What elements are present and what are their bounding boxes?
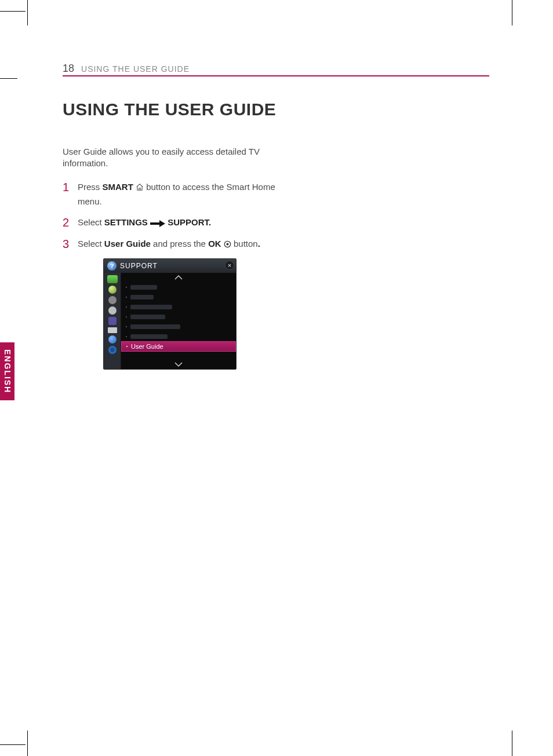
sidebar-icon[interactable] [108,327,117,333]
steps-list: 1 Press SMART button to access the Smart… [63,181,277,251]
sidebar-icon[interactable] [107,275,118,283]
crop-mark [0,744,26,745]
support-list-item[interactable] [121,331,236,341]
selected-label: User Guide [131,343,163,350]
step-number: 2 [63,216,78,229]
step-text: Select SETTINGS SUPPORT. [78,216,211,229]
help-icon: ? [107,261,117,271]
step-3: 3 Select User Guide and press the OK but… [63,238,277,252]
support-list-item[interactable] [121,302,236,312]
support-list-items: User Guide [121,282,236,360]
text: button [231,239,258,249]
intro-text: User Guide allows you to easily access d… [63,146,277,170]
bold: SMART [103,182,133,192]
step-number: 3 [63,238,78,250]
sidebar-icon[interactable] [108,335,117,344]
text: Select [78,217,104,227]
bold: OK [208,239,221,249]
sidebar-icon[interactable] [108,296,117,304]
header-section-label: USING THE USER GUIDE [81,64,190,74]
sidebar-icon[interactable] [108,346,117,354]
step-number: 1 [63,181,78,193]
crop-mark [27,0,28,25]
main-content: USING THE USER GUIDE User Guide allows y… [63,98,277,260]
support-list-item[interactable] [121,292,236,302]
bold: . [258,239,260,249]
step-text: Select User Guide and press the OK butto… [78,238,260,252]
arrow-right-icon [150,217,165,227]
bold: User Guide [104,239,151,249]
page-header: 18 USING THE USER GUIDE [63,63,489,76]
support-sidebar [104,273,121,369]
sidebar-icon[interactable] [108,286,117,294]
crop-mark [27,731,28,756]
step-1: 1 Press SMART button to access the Smart… [63,181,277,208]
support-panel-header: ? SUPPORT × [104,259,236,273]
crop-mark [512,0,512,25]
language-tab: ENGLISH [0,342,14,400]
text: Press [78,182,103,192]
ok-wheel-icon [224,239,231,252]
home-icon [136,182,144,195]
support-list-item[interactable] [121,312,236,322]
step-2: 2 Select SETTINGS SUPPORT. [63,216,277,229]
page-title: USING THE USER GUIDE [63,98,277,120]
sidebar-icon[interactable] [108,306,117,315]
scroll-up-icon[interactable] [121,273,236,282]
bold: SETTINGS [104,217,148,227]
crop-mark [512,731,512,756]
sidebar-icon[interactable] [108,317,117,325]
support-list-item[interactable] [121,322,236,331]
support-panel-title: SUPPORT [120,262,158,270]
crop-mark [0,78,17,79]
step-text: Press SMART button to access the Smart H… [78,181,277,208]
crop-mark [0,11,26,12]
scroll-down-icon[interactable] [121,360,236,369]
text: Select [78,239,104,249]
close-icon[interactable]: × [225,261,234,270]
bold: SUPPORT. [168,217,211,227]
svg-point-1 [226,243,228,245]
support-panel-body: User Guide [104,273,236,369]
page-number: 18 [63,63,74,75]
support-list: User Guide [121,273,236,369]
support-list-item[interactable] [121,282,236,292]
support-list-item-selected[interactable]: User Guide [121,341,236,352]
text: and press the [151,239,208,249]
support-panel: ? SUPPORT × [103,258,237,370]
manual-page: 18 USING THE USER GUIDE ENGLISH USING TH… [0,0,553,756]
